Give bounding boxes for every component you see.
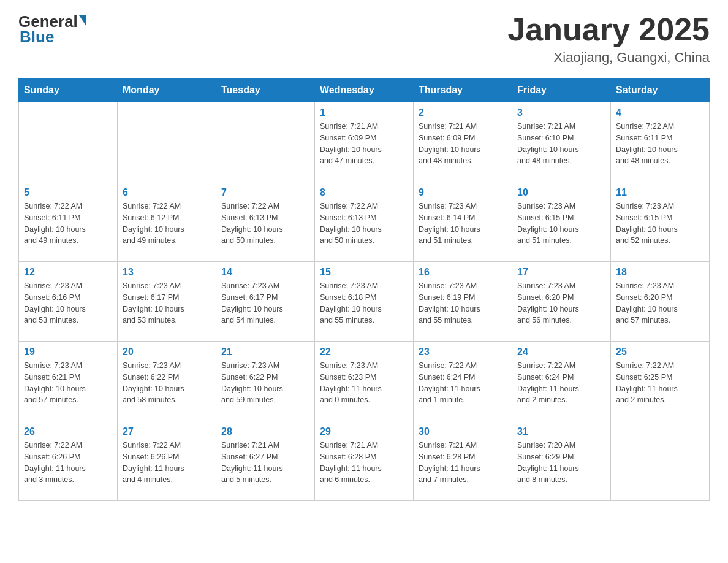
week-row-5: 26Sunrise: 7:22 AM Sunset: 6:26 PM Dayli… (19, 421, 710, 501)
day-info: Sunrise: 7:23 AM Sunset: 6:23 PM Dayligh… (320, 360, 408, 406)
day-info: Sunrise: 7:22 AM Sunset: 6:25 PM Dayligh… (616, 360, 704, 406)
day-cell: 23Sunrise: 7:22 AM Sunset: 6:24 PM Dayli… (414, 342, 512, 421)
day-number: 18 (616, 267, 704, 278)
day-number: 2 (419, 107, 507, 118)
day-cell: 9Sunrise: 7:23 AM Sunset: 6:14 PM Daylig… (414, 182, 512, 262)
week-row-1: 1Sunrise: 7:21 AM Sunset: 6:09 PM Daylig… (19, 102, 710, 182)
day-info: Sunrise: 7:23 AM Sunset: 6:16 PM Dayligh… (24, 280, 112, 326)
day-cell: 1Sunrise: 7:21 AM Sunset: 6:09 PM Daylig… (315, 102, 414, 182)
day-info: Sunrise: 7:22 AM Sunset: 6:13 PM Dayligh… (221, 201, 309, 247)
day-number: 15 (320, 267, 408, 278)
day-number: 24 (517, 347, 605, 358)
day-info: Sunrise: 7:21 AM Sunset: 6:27 PM Dayligh… (221, 440, 309, 486)
day-cell: 6Sunrise: 7:22 AM Sunset: 6:12 PM Daylig… (118, 182, 216, 262)
day-cell (611, 421, 710, 501)
day-cell: 21Sunrise: 7:23 AM Sunset: 6:22 PM Dayli… (216, 342, 315, 421)
day-cell: 10Sunrise: 7:23 AM Sunset: 6:15 PM Dayli… (512, 182, 611, 262)
day-info: Sunrise: 7:23 AM Sunset: 6:20 PM Dayligh… (517, 280, 605, 326)
day-number: 14 (221, 267, 309, 278)
weekday-friday: Friday (512, 79, 611, 102)
day-cell: 27Sunrise: 7:22 AM Sunset: 6:26 PM Dayli… (118, 421, 216, 501)
day-info: Sunrise: 7:23 AM Sunset: 6:18 PM Dayligh… (320, 280, 408, 326)
day-cell: 26Sunrise: 7:22 AM Sunset: 6:26 PM Dayli… (19, 421, 118, 501)
day-cell: 17Sunrise: 7:23 AM Sunset: 6:20 PM Dayli… (512, 262, 611, 342)
day-info: Sunrise: 7:20 AM Sunset: 6:29 PM Dayligh… (517, 440, 605, 486)
day-cell: 2Sunrise: 7:21 AM Sunset: 6:09 PM Daylig… (414, 102, 512, 182)
day-info: Sunrise: 7:21 AM Sunset: 6:09 PM Dayligh… (419, 121, 507, 167)
day-info: Sunrise: 7:22 AM Sunset: 6:26 PM Dayligh… (123, 440, 211, 486)
weekday-sunday: Sunday (19, 79, 118, 102)
day-cell: 15Sunrise: 7:23 AM Sunset: 6:18 PM Dayli… (315, 262, 414, 342)
month-title: January 2025 (507, 12, 710, 47)
day-number: 17 (517, 267, 605, 278)
day-info: Sunrise: 7:23 AM Sunset: 6:19 PM Dayligh… (419, 280, 507, 326)
day-cell: 31Sunrise: 7:20 AM Sunset: 6:29 PM Dayli… (512, 421, 611, 501)
day-info: Sunrise: 7:21 AM Sunset: 6:28 PM Dayligh… (320, 440, 408, 486)
day-cell: 8Sunrise: 7:22 AM Sunset: 6:13 PM Daylig… (315, 182, 414, 262)
day-info: Sunrise: 7:23 AM Sunset: 6:17 PM Dayligh… (123, 280, 211, 326)
day-number: 5 (24, 187, 112, 198)
day-cell: 25Sunrise: 7:22 AM Sunset: 6:25 PM Dayli… (611, 342, 710, 421)
day-info: Sunrise: 7:23 AM Sunset: 6:20 PM Dayligh… (616, 280, 704, 326)
day-number: 6 (123, 187, 211, 198)
logo-triangle-icon (79, 15, 86, 26)
day-info: Sunrise: 7:21 AM Sunset: 6:10 PM Dayligh… (517, 121, 605, 167)
day-number: 13 (123, 267, 211, 278)
weekday-wednesday: Wednesday (315, 79, 414, 102)
day-cell: 20Sunrise: 7:23 AM Sunset: 6:22 PM Dayli… (118, 342, 216, 421)
day-number: 26 (24, 426, 112, 437)
day-cell: 30Sunrise: 7:21 AM Sunset: 6:28 PM Dayli… (414, 421, 512, 501)
day-cell: 24Sunrise: 7:22 AM Sunset: 6:24 PM Dayli… (512, 342, 611, 421)
day-number: 9 (419, 187, 507, 198)
day-number: 20 (123, 347, 211, 358)
week-row-4: 19Sunrise: 7:23 AM Sunset: 6:21 PM Dayli… (19, 342, 710, 421)
day-info: Sunrise: 7:23 AM Sunset: 6:17 PM Dayligh… (221, 280, 309, 326)
week-row-2: 5Sunrise: 7:22 AM Sunset: 6:11 PM Daylig… (19, 182, 710, 262)
day-number: 3 (517, 107, 605, 118)
day-number: 1 (320, 107, 408, 118)
day-cell (216, 102, 315, 182)
day-number: 12 (24, 267, 112, 278)
day-cell: 28Sunrise: 7:21 AM Sunset: 6:27 PM Dayli… (216, 421, 315, 501)
day-cell: 4Sunrise: 7:22 AM Sunset: 6:11 PM Daylig… (611, 102, 710, 182)
day-info: Sunrise: 7:23 AM Sunset: 6:21 PM Dayligh… (24, 360, 112, 406)
weekday-tuesday: Tuesday (216, 79, 315, 102)
day-info: Sunrise: 7:21 AM Sunset: 6:28 PM Dayligh… (419, 440, 507, 486)
day-number: 16 (419, 267, 507, 278)
day-cell: 18Sunrise: 7:23 AM Sunset: 6:20 PM Dayli… (611, 262, 710, 342)
day-number: 19 (24, 347, 112, 358)
logo-blue-text: Blue (20, 28, 54, 46)
day-cell: 12Sunrise: 7:23 AM Sunset: 6:16 PM Dayli… (19, 262, 118, 342)
day-number: 4 (616, 107, 704, 118)
day-info: Sunrise: 7:23 AM Sunset: 6:15 PM Dayligh… (616, 201, 704, 247)
day-number: 8 (320, 187, 408, 198)
logo: General Blue (18, 12, 86, 47)
day-info: Sunrise: 7:22 AM Sunset: 6:24 PM Dayligh… (517, 360, 605, 406)
day-info: Sunrise: 7:22 AM Sunset: 6:11 PM Dayligh… (24, 201, 112, 247)
day-cell: 14Sunrise: 7:23 AM Sunset: 6:17 PM Dayli… (216, 262, 315, 342)
weekday-header-row: SundayMondayTuesdayWednesdayThursdayFrid… (19, 79, 710, 102)
day-number: 21 (221, 347, 309, 358)
title-block: January 2025 Xiaojiang, Guangxi, China (507, 12, 710, 66)
day-info: Sunrise: 7:23 AM Sunset: 6:15 PM Dayligh… (517, 201, 605, 247)
day-cell (118, 102, 216, 182)
location: Xiaojiang, Guangxi, China (507, 50, 710, 66)
day-number: 23 (419, 347, 507, 358)
day-number: 31 (517, 426, 605, 437)
day-info: Sunrise: 7:23 AM Sunset: 6:14 PM Dayligh… (419, 201, 507, 247)
day-cell: 29Sunrise: 7:21 AM Sunset: 6:28 PM Dayli… (315, 421, 414, 501)
day-number: 7 (221, 187, 309, 198)
day-cell: 5Sunrise: 7:22 AM Sunset: 6:11 PM Daylig… (19, 182, 118, 262)
day-info: Sunrise: 7:23 AM Sunset: 6:22 PM Dayligh… (123, 360, 211, 406)
day-info: Sunrise: 7:22 AM Sunset: 6:11 PM Dayligh… (616, 121, 704, 167)
day-cell: 11Sunrise: 7:23 AM Sunset: 6:15 PM Dayli… (611, 182, 710, 262)
day-info: Sunrise: 7:23 AM Sunset: 6:22 PM Dayligh… (221, 360, 309, 406)
day-info: Sunrise: 7:22 AM Sunset: 6:26 PM Dayligh… (24, 440, 112, 486)
day-number: 28 (221, 426, 309, 437)
day-number: 29 (320, 426, 408, 437)
day-info: Sunrise: 7:22 AM Sunset: 6:24 PM Dayligh… (419, 360, 507, 406)
page-header: General Blue January 2025 Xiaojiang, Gua… (18, 12, 710, 66)
day-cell: 3Sunrise: 7:21 AM Sunset: 6:10 PM Daylig… (512, 102, 611, 182)
day-cell: 19Sunrise: 7:23 AM Sunset: 6:21 PM Dayli… (19, 342, 118, 421)
day-cell: 22Sunrise: 7:23 AM Sunset: 6:23 PM Dayli… (315, 342, 414, 421)
